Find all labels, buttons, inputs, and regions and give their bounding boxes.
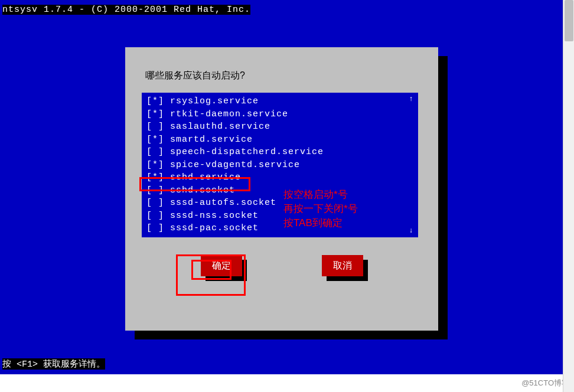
service-item-spice[interactable]: [*] spice-vdagentd.service (142, 159, 418, 172)
services-listbox[interactable]: [*] rsyslog.service [*] rtkit-daemon.ser… (142, 93, 418, 237)
cancel-button[interactable]: 取消 (322, 255, 363, 276)
annotation-line2: 再按一下关闭*号 (283, 202, 358, 216)
page-scrollbar-thumb[interactable] (565, 0, 573, 41)
terminal-window: ntsysv 1.7.4 - (C) 2000-2001 Red Hat, In… (0, 0, 563, 374)
service-label: sssd-autofs.socket (170, 198, 276, 208)
footer-hint: 按 <F1> 获取服务详情。 (2, 358, 105, 370)
service-label: spice-vdagentd.service (170, 160, 300, 170)
service-label: rsyslog.service (170, 96, 259, 106)
service-label: rtkit-daemon.service (170, 109, 288, 119)
service-item-speech[interactable]: [ ] speech-dispatcherd.service (142, 146, 418, 159)
scroll-up-icon[interactable]: ↑ (407, 95, 415, 103)
service-item-sssd-nss[interactable]: [ ] sssd-nss.socket (142, 210, 418, 223)
checkbox[interactable]: [*] (146, 109, 170, 119)
checkbox[interactable]: [ ] (146, 147, 170, 157)
service-item-rsyslog[interactable]: [*] rsyslog.service (142, 95, 418, 108)
checkbox[interactable]: [ ] (146, 198, 170, 208)
service-label: saslauthd.service (170, 122, 270, 132)
watermark: @51CTO博客 (521, 378, 569, 388)
service-item-sshd-socket[interactable]: [ ] sshd.socket (142, 184, 418, 197)
checkbox[interactable]: [*] (146, 96, 170, 106)
service-label: sshd.service (170, 172, 241, 182)
service-label: sssd-pac.socket (170, 223, 259, 233)
button-row: 确定 取消 (137, 255, 426, 276)
cancel-button-wrap: 取消 (322, 255, 363, 276)
annotation-line3: 按TAB到确定 (283, 216, 358, 230)
service-item-sssd-pac[interactable]: [ ] sssd-pac.socket (142, 222, 418, 235)
service-label: sshd.socket (170, 185, 235, 195)
ok-button-wrap: 确定 (201, 255, 242, 276)
service-item-rtkit[interactable]: [*] rtkit-daemon.service (142, 108, 418, 121)
checkbox[interactable]: [*] (146, 135, 170, 145)
dialog-title: 哪些服务应该自动启动? (145, 70, 426, 82)
service-label: speech-dispatcherd.service (170, 147, 324, 157)
page-scrollbar[interactable] (563, 0, 574, 392)
checkbox[interactable]: [ ] (146, 122, 170, 132)
annotation-line1: 按空格启动*号 (283, 188, 358, 202)
annotation-text: 按空格启动*号 再按一下关闭*号 按TAB到确定 (283, 188, 358, 230)
checkbox[interactable]: [ ] (146, 223, 170, 233)
scroll-down-icon[interactable]: ↓ (407, 227, 415, 235)
service-item-saslauthd[interactable]: [ ] saslauthd.service (142, 120, 418, 133)
service-item-smartd[interactable]: [*] smartd.service (142, 133, 418, 146)
checkbox[interactable]: [*] (146, 160, 170, 170)
checkbox[interactable]: [ ] (146, 185, 170, 195)
listbox-scrollbar[interactable]: ↑ ↓ (407, 95, 415, 235)
ok-button[interactable]: 确定 (201, 255, 242, 276)
service-item-sshd-service[interactable]: [*] sshd.service (142, 171, 418, 184)
dialog: 哪些服务应该自动启动? [*] rsyslog.service [*] rtki… (125, 47, 438, 331)
service-item-sssd-autofs[interactable]: [ ] sssd-autofs.socket (142, 197, 418, 210)
checkbox[interactable]: [ ] (146, 211, 170, 221)
checkbox[interactable]: [*] (146, 172, 170, 182)
service-label: smartd.service (170, 135, 253, 145)
header-title: ntsysv 1.7.4 - (C) 2000-2001 Red Hat, In… (2, 5, 250, 15)
service-label: sssd-nss.socket (170, 211, 259, 221)
